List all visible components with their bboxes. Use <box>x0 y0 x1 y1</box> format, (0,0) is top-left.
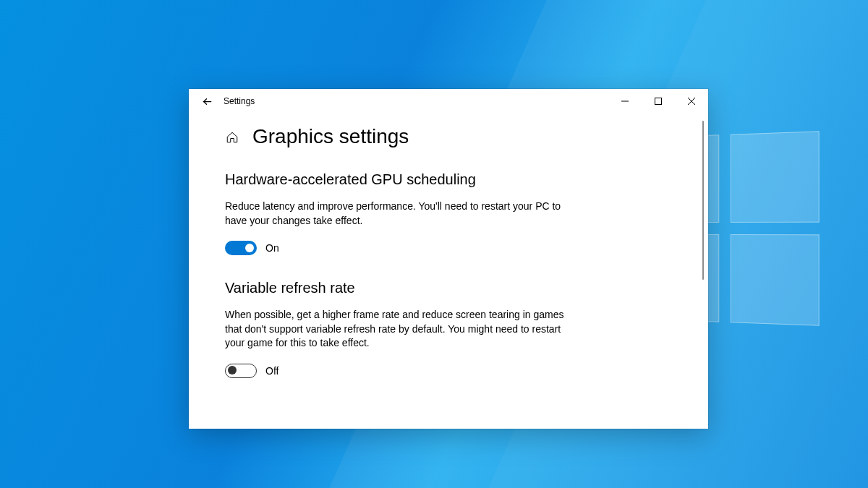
svg-rect-2 <box>655 98 662 105</box>
gpu-heading: Hardware-accelerated GPU scheduling <box>225 171 565 188</box>
vrr-toggle[interactable] <box>225 364 257 378</box>
page-title: Graphics settings <box>252 125 409 148</box>
section-variable-refresh: Variable refresh rate When possible, get… <box>225 280 565 378</box>
home-button[interactable] <box>225 130 239 145</box>
minimize-button[interactable] <box>608 90 642 113</box>
gpu-toggle-label: On <box>265 242 279 254</box>
vrr-toggle-label: Off <box>265 365 278 377</box>
section-gpu-scheduling: Hardware-accelerated GPU scheduling Redu… <box>225 171 565 255</box>
window-title: Settings <box>224 96 255 106</box>
back-button[interactable] <box>195 90 218 113</box>
maximize-button[interactable] <box>642 90 675 113</box>
gpu-toggle[interactable] <box>225 241 257 255</box>
gpu-description: Reduce latency and improve performance. … <box>225 200 565 228</box>
window-content: Graphics settings Hardware-accelerated G… <box>189 114 708 429</box>
page-header: Graphics settings <box>225 125 679 148</box>
vrr-description: When possible, get a higher frame rate a… <box>225 308 565 351</box>
close-button[interactable] <box>675 90 708 113</box>
titlebar: Settings <box>189 89 708 114</box>
scrollbar-thumb[interactable] <box>702 121 704 280</box>
settings-window: Settings Graphics settings Hardware-acce… <box>189 89 708 429</box>
vrr-heading: Variable refresh rate <box>225 280 565 296</box>
